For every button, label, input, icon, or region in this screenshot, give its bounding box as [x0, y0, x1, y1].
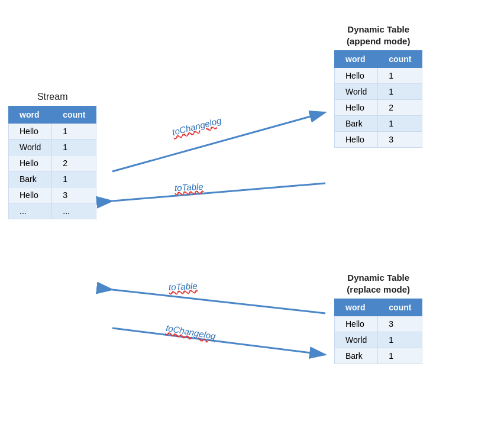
table-cell: Hello — [335, 68, 378, 84]
to-changelog-lower-label: toChangelog — [165, 323, 217, 342]
arrows-svg — [0, 0, 504, 441]
dynamic-replace-table: word count Hello3World1Bark1 — [334, 299, 422, 364]
to-table-upper-label: toTable — [175, 181, 203, 193]
dynamic-append-table: word count Hello1World1Hello2Bark1Hello3 — [334, 50, 422, 148]
table-cell: World — [335, 332, 378, 348]
to-changelog-lower-arrow — [112, 328, 325, 355]
table-cell: 2 — [378, 100, 422, 116]
stream-header-count: count — [52, 106, 96, 124]
dynamic-append-title: Dynamic Table(append mode) — [334, 24, 422, 47]
table-cell: Hello — [9, 187, 52, 203]
stream-header-word: word — [9, 106, 52, 124]
to-table-lower-label: toTable — [169, 281, 198, 293]
stream-section: Stream word count Hello1World1Hello2Bark… — [8, 92, 96, 219]
table-cell: 1 — [52, 171, 96, 187]
append-header-count: count — [378, 51, 422, 68]
table-cell: Hello — [335, 132, 378, 148]
dynamic-replace-section: Dynamic Table(replace mode) word count H… — [334, 272, 422, 364]
dynamic-replace-title: Dynamic Table(replace mode) — [334, 272, 422, 295]
table-cell: Hello — [335, 100, 378, 116]
to-changelog-upper-label: toChangelog — [171, 115, 222, 137]
table-cell: Hello — [9, 155, 52, 171]
table-cell: 3 — [378, 316, 422, 332]
table-cell: 3 — [378, 132, 422, 148]
table-cell: World — [9, 140, 52, 155]
table-cell: 1 — [378, 116, 422, 132]
stream-table: word count Hello1World1Hello2Bark1Hello3… — [8, 106, 96, 219]
table-cell: ... — [52, 203, 96, 219]
table-cell: Hello — [9, 124, 52, 140]
table-cell: 1 — [378, 348, 422, 364]
append-header-word: word — [335, 51, 378, 68]
replace-header-word: word — [335, 299, 378, 316]
table-cell: World — [335, 84, 378, 100]
table-cell: Hello — [335, 316, 378, 332]
table-cell: 1 — [52, 140, 96, 155]
table-cell: 3 — [52, 187, 96, 203]
table-cell: 1 — [378, 68, 422, 84]
table-cell: 1 — [378, 84, 422, 100]
table-cell: Bark — [335, 116, 378, 132]
stream-title: Stream — [8, 92, 96, 102]
table-cell: 1 — [378, 332, 422, 348]
table-cell: Bark — [335, 348, 378, 364]
dynamic-append-section: Dynamic Table(append mode) word count He… — [334, 24, 422, 148]
table-cell: 2 — [52, 155, 96, 171]
to-table-lower-arrow — [112, 290, 325, 313]
table-cell: Bark — [9, 171, 52, 187]
table-cell: 1 — [52, 124, 96, 140]
diagram-container: Stream word count Hello1World1Hello2Bark… — [0, 0, 504, 441]
replace-header-count: count — [378, 299, 422, 316]
table-cell: ... — [9, 203, 52, 219]
to-table-upper-arrow — [112, 183, 325, 201]
